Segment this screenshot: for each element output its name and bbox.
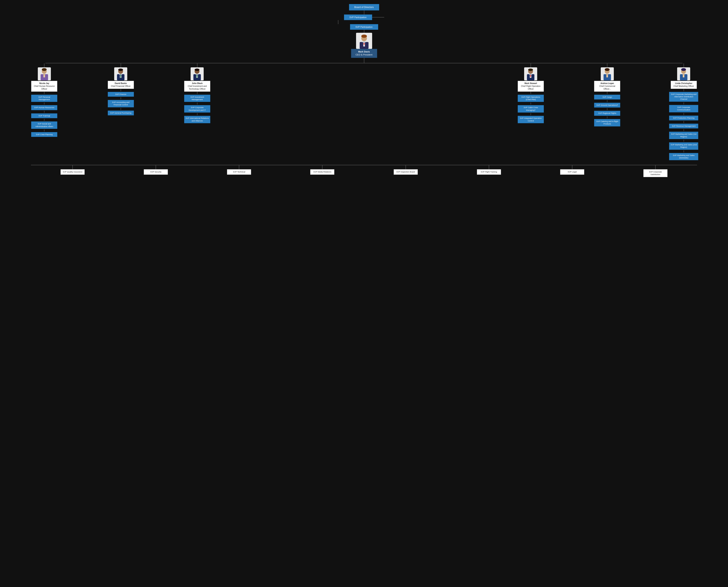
svg-point-9 (42, 68, 47, 71)
v-bottom-5 (405, 165, 406, 169)
bottom-item-technical: SVP Technical (197, 165, 281, 174)
svp-corp-dev: SVP Corporate Development and IT (184, 105, 210, 113)
title-david: Chief Financial Officer (109, 85, 133, 88)
svp-mktg-1: SVP Marketing and Sales (1st Region) (669, 132, 698, 139)
name-mark: Mark Stewart (519, 82, 542, 85)
title-linda: Cheif Marketing Officer (672, 85, 696, 88)
v-bottom-2 (156, 165, 156, 169)
svp-finance: SVP Finance (108, 92, 134, 97)
v-david-2 (121, 89, 121, 91)
figure-david (114, 67, 127, 80)
svp-cabin-crew: SVP Cabin Crew ManagingT (518, 105, 544, 113)
svg-point-30 (528, 69, 533, 71)
va3 (607, 116, 607, 118)
exec-col-linda: Linda Christopher Cheif Marketing Office… (667, 63, 701, 161)
h-connector-svp (372, 17, 384, 18)
svg-point-14 (118, 69, 123, 71)
vj2 (197, 113, 197, 115)
svp-crew: SVP Crew Planning (31, 132, 57, 137)
exec-col-andrea: Andrea Logan Chief Commercial Officer...… (590, 63, 624, 127)
exec-col-nicola: Nicola Jay Chief Human Resource Officer … (27, 63, 61, 138)
vl5 (684, 140, 684, 142)
v-john-2 (197, 92, 197, 94)
exec-col-mark: Mark Stewart Chief Flight Operation Offi… (514, 63, 548, 124)
v-david (121, 63, 121, 67)
exec-grid: Nicola Jay Chief Human Resource Officer … (2, 63, 726, 161)
svp-training: SVP Trainingt (31, 113, 57, 118)
org-chart: Board of Directors SVP Participation SVP… (0, 0, 728, 587)
svg-point-22 (195, 69, 199, 71)
v-bottom-6 (489, 165, 489, 169)
name-box-john: John Black Chief Investment and Technolo… (184, 81, 210, 92)
v-john (197, 63, 197, 67)
bottom-item-security: SVP Security (114, 165, 197, 174)
svp-invest-mgmt: SVP Investment Management (184, 95, 210, 102)
vm1 (531, 102, 531, 104)
svg-point-37 (605, 68, 610, 71)
svp1-box: SVP Participation (344, 15, 372, 20)
svg-point-45 (682, 74, 685, 75)
ceo-box: Mark Davis CEO & President (351, 49, 377, 58)
v-bottom-8 (655, 165, 656, 169)
v-nicola (44, 63, 44, 67)
figure-linda (677, 67, 690, 80)
vm2 (531, 113, 531, 115)
bottom-section: SVP Quality Assurance SVP Security SVP T… (2, 165, 726, 177)
avatar-david (114, 67, 127, 80)
svg-point-1 (361, 34, 367, 38)
svp-prod-planning: SVP Production Planning (669, 116, 698, 120)
bottom-box-legal: SVP Legal (560, 169, 584, 174)
v-mark-2 (531, 92, 531, 94)
svp-revenue: SVP Revenue Management (669, 124, 698, 128)
bottom-item-legal: SVP Legal (531, 165, 614, 174)
svp-flight-ops: SVP Flight Operations (Chief Pilot) (518, 95, 544, 102)
svp-corp-comm: SVP Corporate Communication (669, 105, 698, 112)
title-mark: Chief Flight Operation Officer (519, 85, 542, 91)
svp-mktg-2: SVP Marketing and Sales (2nd Region) (669, 142, 698, 150)
v-line-ceo (364, 58, 364, 63)
svp2-node: SVP Participation (350, 24, 378, 30)
svp-human-res: SVP Human Resources (31, 105, 57, 110)
v-bottom-1 (72, 165, 73, 169)
svp-catering: SVP Catering and In flight Products (594, 119, 620, 126)
va1 (607, 100, 607, 102)
name-andrea: Andrea Logan (595, 82, 619, 85)
v-mark (531, 63, 531, 67)
exec-col-david: David Banks Chief Financial Officer SVP … (104, 63, 138, 116)
v-bottom-7 (572, 165, 572, 169)
svp-ground-ops: SVP Ground OperationsT (594, 103, 620, 108)
svp2-box: SVP Participation (350, 24, 378, 30)
vl3 (684, 121, 684, 123)
bottom-box-qa: SVP Quality Assurance (61, 169, 85, 174)
svg-rect-2 (362, 40, 367, 40)
v-line-1 (364, 10, 364, 15)
v-andrea-2 (607, 92, 607, 94)
v-bottom-3 (239, 165, 239, 169)
bod-box: Board of Directors (349, 4, 379, 10)
name-david: David Banks (109, 82, 133, 85)
vj1 (197, 102, 197, 104)
svg-rect-20 (120, 75, 121, 78)
svg-rect-11 (43, 75, 45, 77)
bottom-item-media: SVP Media Relations (281, 165, 364, 174)
avatar-linda (677, 67, 690, 80)
svg-point-40 (606, 74, 608, 75)
svp-cargo: SVP Cargo (594, 95, 620, 99)
vl4 (684, 129, 684, 131)
name-box-nicola: Nicola Jay Chief Human Resource Officer (31, 81, 57, 92)
svg-rect-44 (683, 75, 684, 77)
bottom-item-qa: SVP Quality Assurance (31, 165, 114, 174)
bottom-box-inspection: SVP Inspection Board (394, 169, 418, 174)
bottom-box-corp-sat: SVP Corporate Satisfaction (643, 169, 667, 177)
svg-point-12 (43, 74, 45, 75)
svg-rect-28 (197, 75, 197, 78)
chart-wrapper: Board of Directors SVP Participation SVP… (2, 4, 726, 177)
ceo-to-exec-connector (2, 58, 726, 63)
ceo-figure (356, 33, 372, 49)
v-line-2 (338, 20, 338, 24)
name-box-linda: Linda Christopher Cheif Marketing Office… (671, 81, 697, 89)
ceo-avatar (356, 33, 372, 49)
v-bottom-4 (322, 165, 323, 169)
name-box-david: David Banks Chief Financial Officer (108, 81, 134, 89)
vc1 (44, 102, 44, 104)
